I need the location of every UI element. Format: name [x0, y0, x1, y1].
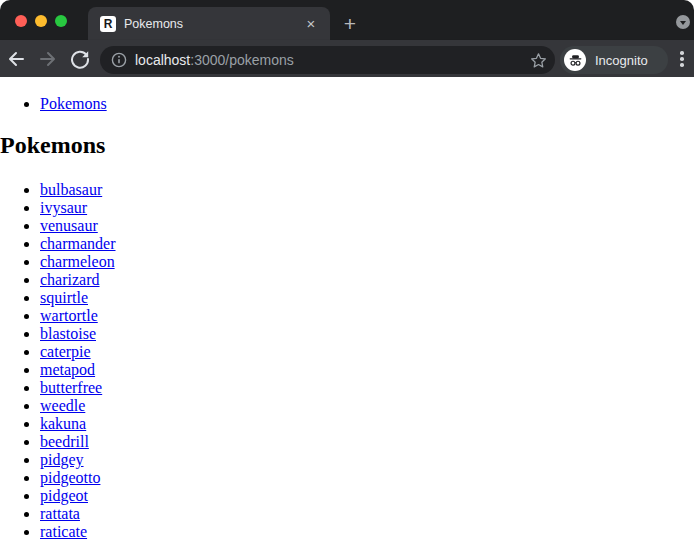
url-text: localhost:3000/pokemons	[135, 52, 294, 68]
list-item: beedrill	[40, 433, 694, 451]
list-item: raticate	[40, 523, 694, 541]
remix-favicon-icon: R	[100, 16, 116, 32]
pokemon-link[interactable]: blastoise	[40, 325, 96, 342]
new-tab-button[interactable]: +	[338, 13, 362, 37]
page-title: Pokemons	[0, 131, 694, 159]
tab-strip: R Pokemons × +	[0, 0, 694, 40]
browser-window: R Pokemons × +	[0, 0, 694, 556]
pokemon-link[interactable]: beedrill	[40, 433, 89, 450]
list-item: pidgeot	[40, 487, 694, 505]
pokemon-link[interactable]: rattata	[40, 505, 80, 522]
list-item: butterfree	[40, 379, 694, 397]
pokemon-link[interactable]: charmeleon	[40, 253, 115, 270]
list-item: wartortle	[40, 307, 694, 325]
site-info-icon[interactable]	[111, 52, 127, 68]
incognito-badge: Incognito	[560, 46, 668, 74]
tab-close-icon[interactable]: ×	[302, 15, 320, 33]
list-item: caterpie	[40, 343, 694, 361]
dots-menu-icon	[680, 51, 684, 55]
browser-menu-button[interactable]	[674, 48, 690, 70]
list-item: squirtle	[40, 289, 694, 307]
list-item: charmeleon	[40, 253, 694, 271]
list-item: kakuna	[40, 415, 694, 433]
pokemon-link[interactable]: pidgey	[40, 451, 84, 468]
list-item: metapod	[40, 361, 694, 379]
nav-link[interactable]: Pokemons	[40, 95, 107, 112]
url-path: :3000/pokemons	[190, 52, 294, 68]
pokemon-link[interactable]: pidgeot	[40, 487, 88, 504]
breadcrumb-list: Pokemons	[0, 95, 694, 113]
chevron-down-icon	[680, 21, 686, 25]
page-content: Pokemons Pokemons bulbasaurivysaurvenusa…	[0, 77, 694, 556]
list-item: blastoise	[40, 325, 694, 343]
back-button[interactable]	[5, 48, 27, 70]
pokemon-link[interactable]: charizard	[40, 271, 100, 288]
reload-button[interactable]	[69, 48, 91, 70]
forward-arrow-icon	[38, 49, 58, 69]
window-close-button[interactable]	[15, 15, 27, 27]
list-item: weedle	[40, 397, 694, 415]
pokemon-link[interactable]: bulbasaur	[40, 181, 102, 198]
list-item: bulbasaur	[40, 181, 694, 199]
back-arrow-icon	[6, 49, 26, 69]
traffic-lights	[15, 15, 67, 27]
reload-icon	[70, 49, 90, 69]
url-host: localhost	[135, 52, 190, 68]
pokemon-link[interactable]: wartortle	[40, 307, 98, 324]
pokemon-list: bulbasaurivysaurvenusaurcharmandercharme…	[0, 181, 694, 541]
window-minimize-button[interactable]	[35, 15, 47, 27]
forward-button[interactable]	[37, 48, 59, 70]
tab-title: Pokemons	[124, 17, 302, 31]
pokemon-link[interactable]: metapod	[40, 361, 95, 378]
browser-toolbar: localhost:3000/pokemons Incognito	[0, 40, 694, 77]
list-item: ivysaur	[40, 199, 694, 217]
pokemon-link[interactable]: caterpie	[40, 343, 91, 360]
star-icon	[529, 51, 548, 70]
list-item: Pokemons	[40, 95, 694, 113]
list-item: rattata	[40, 505, 694, 523]
incognito-label: Incognito	[595, 53, 648, 68]
pokemon-link[interactable]: charmander	[40, 235, 116, 252]
pokemon-link[interactable]: squirtle	[40, 289, 88, 306]
bookmark-button[interactable]	[528, 50, 548, 70]
tab-search-button[interactable]	[676, 15, 690, 29]
incognito-icon	[564, 49, 586, 71]
list-item: charmander	[40, 235, 694, 253]
list-item: venusaur	[40, 217, 694, 235]
pokemon-link[interactable]: venusaur	[40, 217, 98, 234]
pokemon-link[interactable]: kakuna	[40, 415, 86, 432]
pokemon-link[interactable]: raticate	[40, 523, 87, 540]
pokemon-link[interactable]: weedle	[40, 397, 85, 414]
list-item: pidgey	[40, 451, 694, 469]
address-bar[interactable]: localhost:3000/pokemons	[100, 46, 555, 74]
list-item: charizard	[40, 271, 694, 289]
browser-tab[interactable]: R Pokemons ×	[88, 7, 330, 40]
pokemon-link[interactable]: ivysaur	[40, 199, 87, 216]
pokemon-link[interactable]: pidgeotto	[40, 469, 100, 486]
window-zoom-button[interactable]	[55, 15, 67, 27]
list-item: pidgeotto	[40, 469, 694, 487]
pokemon-link[interactable]: butterfree	[40, 379, 102, 396]
